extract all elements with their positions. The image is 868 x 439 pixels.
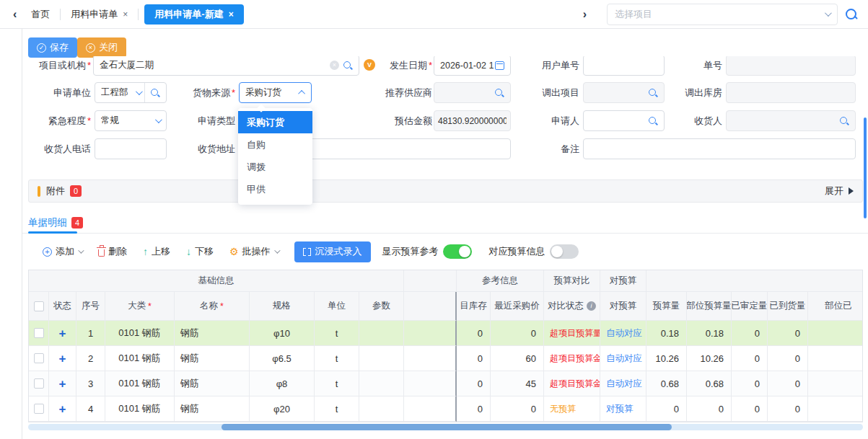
date-input[interactable]: 2026-01-02 1 — [434, 56, 511, 76]
cell-q2: 0.18 — [687, 321, 732, 346]
dropdown-option[interactable]: 采购订货 — [238, 111, 312, 133]
user-no-input[interactable] — [583, 56, 665, 76]
tab-material-request[interactable]: 用料申请单 × — [61, 0, 138, 29]
dropdown-option[interactable]: 自购 — [238, 133, 312, 156]
source-select[interactable]: 采购订货 — [239, 82, 312, 103]
search-icon[interactable] — [845, 8, 858, 21]
vertical-scrollbar-thumb[interactable] — [864, 117, 867, 218]
search-icon[interactable] — [648, 116, 658, 126]
apply-type-label: 申请类型 — [170, 115, 235, 128]
info-icon[interactable]: i — [587, 301, 596, 311]
delete-button[interactable]: 删除 — [98, 245, 127, 258]
budget-map-link[interactable]: 自动对应 — [606, 327, 642, 340]
urgency-select[interactable]: 常规 — [95, 110, 167, 131]
close-button[interactable]: × 关闭 — [77, 37, 126, 58]
budget-info-toggle[interactable] — [550, 244, 579, 259]
save-button[interactable]: ✓ 保存 — [28, 37, 77, 58]
remark-label: 备注 — [514, 143, 579, 156]
close-tab-icon[interactable]: × — [229, 4, 234, 25]
column-header: 对比状态i — [544, 292, 600, 321]
search-icon[interactable] — [343, 61, 353, 71]
cell-unit: t — [315, 396, 359, 422]
trash-icon — [98, 249, 105, 257]
cell-param — [359, 321, 404, 346]
move-up-button[interactable]: ↑ 上移 — [143, 245, 170, 258]
detail-toolbar: + 添加 删除 ↑ 上移 ↓ 下移 ⚙ 批操作 沉浸式录入 — [22, 239, 868, 264]
cell-category: 0101 钢筋 — [105, 371, 175, 396]
add-button[interactable]: + 添加 — [43, 245, 82, 258]
tab-material-request-new[interactable]: 用料申请单-新建 × — [144, 4, 243, 25]
detail-tab-label: 单据明细 — [28, 216, 67, 229]
clear-icon[interactable]: × — [330, 61, 339, 70]
cell-q4: 0 — [768, 396, 808, 422]
row-checkbox[interactable] — [34, 353, 44, 363]
column-header: 大类* — [105, 292, 175, 321]
budget-info-label: 对应预算信息 — [489, 245, 545, 258]
attachment-bar[interactable]: 附件 0 展开 — [28, 179, 863, 203]
receiver-phone-input[interactable] — [95, 138, 167, 159]
cell-last — [808, 396, 863, 422]
column-header: 序号 — [76, 292, 105, 321]
column-header: 部位已 — [808, 292, 863, 321]
row-checkbox[interactable] — [34, 378, 44, 389]
tabs-scroll-right-icon[interactable]: › — [579, 8, 591, 21]
search-icon[interactable] — [494, 88, 504, 98]
row-add-icon[interactable]: + — [59, 327, 66, 340]
cell-param — [359, 371, 404, 396]
date-label: 发生日期* — [367, 59, 432, 72]
applicant-label: 申请人 — [514, 115, 579, 128]
horizontal-scrollbar-thumb[interactable] — [222, 424, 672, 430]
expand-button[interactable]: 展开 — [825, 185, 854, 198]
remark-input[interactable] — [583, 138, 856, 159]
dropdown-option[interactable]: 调拨 — [238, 156, 312, 178]
column-header: 参数 — [359, 292, 404, 321]
immersive-entry-button[interactable]: 沉浸式录入 — [294, 241, 371, 262]
search-icon[interactable] — [648, 88, 658, 98]
receiver-input — [726, 110, 856, 131]
cell-q2: 0 — [687, 396, 732, 422]
column-group-header: 对预算 — [600, 270, 646, 292]
tab-detail-lines[interactable]: 单据明细 4 — [28, 213, 83, 231]
cell-budget: 自动对应 — [600, 346, 646, 371]
move-down-button[interactable]: ↓ 下移 — [186, 245, 214, 258]
row-add-icon[interactable]: + — [59, 352, 66, 365]
column-group-header: 参考信息 — [457, 270, 544, 292]
budget-compare-status: 无预算 — [550, 403, 576, 415]
attachment-count-badge: 0 — [70, 185, 82, 197]
cell-budget: 自动对应 — [600, 371, 646, 396]
chevron-down-icon — [825, 9, 832, 17]
column-header: 单位 — [315, 292, 359, 321]
tab-home[interactable]: 首页 — [21, 0, 60, 29]
project-input[interactable]: 金石大厦二期 × — [93, 56, 359, 76]
show-budget-toggle[interactable] — [443, 244, 472, 259]
row-checkbox[interactable] — [34, 404, 44, 414]
expand-label: 展开 — [825, 185, 843, 198]
cell-param — [359, 396, 404, 422]
column-group-header — [646, 270, 863, 292]
row-add-icon[interactable]: + — [59, 403, 66, 415]
search-icon[interactable] — [839, 116, 849, 126]
row-checkbox[interactable] — [34, 328, 44, 338]
project-select[interactable]: 选择项目 — [607, 4, 838, 25]
dropdown-option[interactable]: 甲供 — [238, 178, 312, 200]
apply-unit-select[interactable]: 工程部 — [95, 82, 167, 103]
cell-stock: 0 — [457, 396, 491, 422]
out-project-input — [583, 82, 665, 103]
user-no-label: 用户单号 — [514, 59, 579, 72]
row-add-icon[interactable]: + — [59, 378, 66, 390]
calendar-icon[interactable] — [495, 61, 504, 70]
cell-status: + — [49, 371, 76, 396]
batch-operation-button[interactable]: ⚙ 批操作 — [229, 245, 279, 258]
budget-map-link[interactable]: 自动对应 — [606, 352, 642, 365]
select-all-checkbox[interactable] — [34, 301, 44, 311]
tabs-scroll-left-icon[interactable]: ‹ — [9, 8, 21, 21]
cell-blank — [404, 321, 457, 346]
cell-stock: 0 — [457, 371, 491, 396]
applicant-input[interactable] — [583, 110, 665, 131]
close-tab-icon[interactable]: × — [123, 0, 128, 29]
cell-last — [808, 321, 863, 346]
budget-map-link[interactable]: 对预算 — [606, 403, 634, 415]
search-icon[interactable] — [150, 88, 160, 98]
budget-map-link[interactable]: 自动对应 — [606, 378, 642, 390]
cell-q3: 0 — [732, 371, 768, 396]
